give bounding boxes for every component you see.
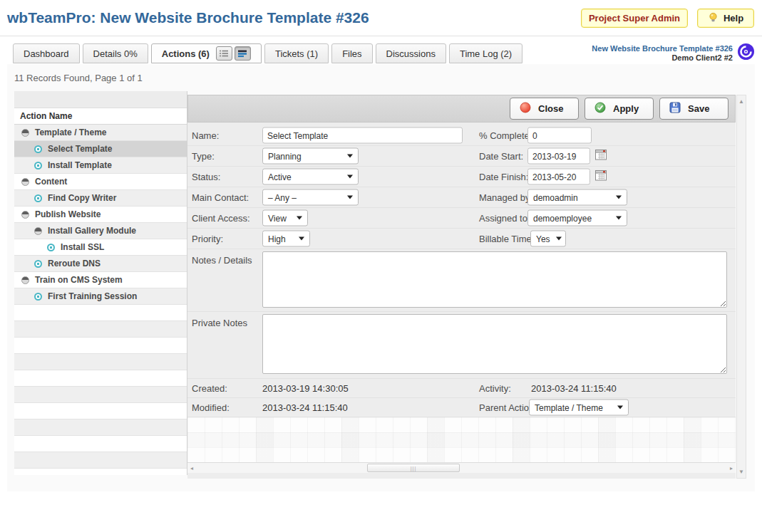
date-finish-label: Date Finish: bbox=[479, 172, 528, 182]
chevron-down-icon bbox=[347, 175, 353, 179]
horizontal-scroll-thumb[interactable]: ||| bbox=[367, 464, 460, 472]
schedule-grid bbox=[187, 417, 736, 462]
chevron-down-icon bbox=[617, 406, 623, 410]
parent-node-icon bbox=[21, 178, 29, 186]
project-ref-client: Demo Client2 #2 bbox=[542, 53, 733, 63]
tree-item-train-on-cms[interactable]: Train on CMS System bbox=[14, 272, 187, 288]
tab-files[interactable]: Files bbox=[331, 43, 372, 63]
empty-row bbox=[14, 419, 187, 436]
percent-complete-input[interactable] bbox=[527, 127, 592, 144]
billable-time-label: Billable Time: bbox=[479, 234, 534, 244]
tree-item-content[interactable]: Content bbox=[14, 174, 187, 190]
empty-row bbox=[14, 321, 187, 338]
status-select[interactable]: Active bbox=[262, 169, 359, 185]
main-contact-label: Main Contact: bbox=[192, 192, 249, 203]
tab-dashboard[interactable]: Dashboard bbox=[13, 43, 80, 63]
priority-select[interactable]: High bbox=[262, 231, 310, 247]
activity-value: 2013-03-24 11:15:40 bbox=[531, 383, 617, 394]
tab-timelog[interactable]: Time Log (2) bbox=[449, 43, 522, 63]
project-super-admin-button[interactable]: Project Super Admin bbox=[581, 9, 688, 28]
notes-label: Notes / Details bbox=[192, 255, 252, 266]
tree-item-install-gallery-module[interactable]: Install Gallery Module bbox=[14, 223, 187, 239]
detail-view-button[interactable] bbox=[235, 46, 251, 61]
created-value: 2013-03-19 14:30:05 bbox=[262, 383, 349, 394]
vertical-scrollbar[interactable]: ▲ ▼ bbox=[736, 95, 746, 479]
assigned-to-select[interactable]: demoemployee bbox=[527, 210, 627, 226]
tree-item-reroute-dns[interactable]: Reroute DNS bbox=[14, 256, 187, 272]
scroll-right-icon[interactable]: ▸ bbox=[730, 465, 733, 471]
chevron-down-icon bbox=[347, 196, 353, 199]
help-button[interactable]: Help bbox=[697, 9, 754, 28]
parent-node-icon bbox=[21, 129, 29, 137]
type-select[interactable]: Planning bbox=[262, 148, 359, 165]
floppy-disk-icon bbox=[669, 102, 681, 115]
apply-button[interactable]: Apply bbox=[585, 98, 654, 120]
client-access-label: Client Access: bbox=[192, 213, 250, 224]
tab-details[interactable]: Details 0% bbox=[83, 43, 148, 63]
percent-label: % Complete bbox=[479, 130, 530, 141]
date-start-label: Date Start: bbox=[479, 151, 523, 162]
tree-toolbar-row bbox=[14, 91, 187, 108]
chevron-down-icon bbox=[556, 237, 562, 241]
calendar-icon[interactable] bbox=[595, 169, 607, 184]
modified-value: 2013-03-24 11:15:40 bbox=[262, 402, 348, 413]
tree-item-select-template[interactable]: Select Template bbox=[14, 141, 187, 157]
lightbulb-icon bbox=[708, 12, 719, 25]
client-access-select[interactable]: View bbox=[262, 210, 308, 226]
assigned-to-label: Assigned to: bbox=[479, 213, 530, 224]
empty-row bbox=[14, 436, 187, 452]
form-row-notes: Notes / Details bbox=[187, 249, 736, 312]
billable-time-select[interactable]: Yes bbox=[530, 231, 566, 247]
tree-item-find-copy-writer[interactable]: Find Copy Writer bbox=[14, 190, 187, 207]
main-contact-select[interactable]: – Any – bbox=[262, 189, 359, 206]
date-finish-input[interactable] bbox=[527, 169, 590, 185]
date-start-input[interactable] bbox=[527, 148, 590, 165]
close-button[interactable]: Close bbox=[510, 98, 579, 120]
tree-column-header: Action Name bbox=[14, 108, 187, 125]
managed-by-select[interactable]: demoadmin bbox=[527, 189, 627, 206]
scroll-down-icon[interactable]: ▼ bbox=[738, 469, 744, 475]
form-row-modified: Modified: 2013-03-24 11:15:40 Parent Act… bbox=[187, 398, 736, 417]
empty-row bbox=[14, 370, 187, 387]
chevron-down-icon bbox=[347, 155, 353, 158]
calendar-icon[interactable] bbox=[595, 149, 607, 163]
horizontal-scrollbar[interactable]: ◂ ||| ▸ bbox=[187, 462, 736, 473]
empty-row bbox=[14, 452, 187, 469]
list-view-button[interactable] bbox=[216, 46, 232, 61]
form-row-private-notes: Private Notes bbox=[187, 312, 736, 379]
close-icon bbox=[520, 102, 531, 115]
save-button[interactable]: Save bbox=[659, 98, 728, 120]
header-divider bbox=[0, 36, 762, 36]
form-row-created: Created: 2013-03-19 14:30:05 Activity: 2… bbox=[187, 379, 736, 398]
form-row-type: Type: Planning Date Start: bbox=[187, 146, 736, 167]
private-notes-textarea[interactable] bbox=[262, 314, 727, 374]
modified-label: Modified: bbox=[192, 402, 230, 413]
tree-item-install-ssl[interactable]: Install SSL bbox=[14, 239, 187, 256]
tab-bar: Dashboard Details 0% Actions (6) bbox=[13, 43, 525, 63]
action-detail-panel: Close Apply bbox=[187, 95, 736, 479]
list-view-icon bbox=[219, 49, 229, 58]
parent-action-select[interactable]: Template / Theme bbox=[529, 400, 629, 416]
chevron-down-icon bbox=[299, 237, 304, 241]
tab-tickets[interactable]: Tickets (1) bbox=[264, 43, 329, 63]
tree-item-template-theme[interactable]: Template / Theme bbox=[14, 125, 187, 141]
tab-discussions[interactable]: Discussions bbox=[376, 43, 446, 63]
wbteampro-app: wbTeamPro: New Website Brochure Template… bbox=[0, 0, 762, 532]
name-input[interactable] bbox=[262, 127, 463, 144]
form-row-client-access: Client Access: View Assigned to: demoemp… bbox=[187, 208, 736, 229]
tree-item-install-template[interactable]: Install Template bbox=[14, 157, 187, 174]
scroll-up-icon[interactable]: ▲ bbox=[738, 98, 744, 105]
parent-node-icon bbox=[21, 211, 29, 219]
activity-label: Activity: bbox=[479, 383, 511, 394]
empty-row bbox=[14, 338, 187, 354]
empty-row bbox=[14, 403, 187, 419]
child-node-icon bbox=[34, 145, 42, 153]
notes-textarea[interactable] bbox=[262, 251, 727, 308]
type-label: Type: bbox=[192, 151, 215, 162]
parent-action-label: Parent Action: bbox=[479, 402, 537, 413]
tree-item-first-training-session[interactable]: First Training Session bbox=[14, 288, 187, 305]
tab-actions[interactable]: Actions (6) bbox=[151, 43, 262, 63]
scroll-left-icon[interactable]: ◂ bbox=[190, 465, 193, 471]
records-summary: 11 Records Found, Page 1 of 1 bbox=[14, 73, 143, 83]
tree-item-publish-website[interactable]: Publish Website bbox=[14, 207, 187, 223]
